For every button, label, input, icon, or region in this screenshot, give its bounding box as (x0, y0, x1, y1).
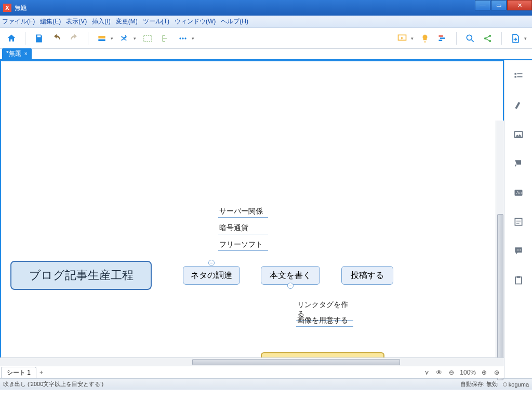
collapse-toggle-icon[interactable]: − (208, 260, 215, 266)
menu-tool[interactable]: ツール(T) (143, 17, 169, 26)
canvas-wrap: ブログ記事生産工程 ネタの調達 本文を書く 投稿する − − サーバー関係 暗号… (0, 60, 504, 378)
doc-tab-close-icon[interactable]: × (24, 51, 28, 57)
format-icon[interactable] (513, 100, 524, 111)
svg-rect-16 (514, 76, 516, 77)
svg-point-12 (489, 34, 491, 36)
svg-rect-9 (439, 39, 443, 41)
svg-point-3 (179, 37, 181, 39)
presentation-button[interactable]: ▾ (395, 31, 415, 46)
svg-rect-14 (514, 73, 516, 74)
summary-button[interactable] (158, 31, 172, 46)
marker-icon[interactable] (513, 158, 524, 169)
user-name: koguma (509, 381, 529, 388)
scrollbar-thumb[interactable] (192, 359, 400, 365)
node-honbun[interactable]: 本文を書く (261, 266, 320, 285)
connectors (1, 61, 157, 139)
redo-button[interactable] (67, 31, 82, 46)
node-toukou[interactable]: 投稿する (341, 266, 393, 285)
zoom-value: 100% (460, 369, 476, 376)
notes-icon[interactable] (513, 216, 524, 228)
doc-tabstrip: *無題 × (0, 49, 532, 60)
undo-button[interactable] (49, 31, 64, 46)
menu-edit[interactable]: 編集(E) (40, 17, 61, 26)
menu-change[interactable]: 変更(M) (116, 17, 138, 26)
svg-point-22 (516, 249, 517, 250)
scrollbar-thumb[interactable] (497, 214, 503, 380)
svg-rect-2 (144, 35, 152, 42)
toolbar: ▾ ▾ ▾ ▾ ▾ (0, 28, 532, 49)
svg-rect-17 (517, 76, 522, 77)
svg-rect-0 (98, 36, 105, 38)
mindmap-root[interactable]: ブログ記事生産工程 (10, 261, 152, 290)
doc-tab[interactable]: *無題 × (2, 48, 32, 59)
sheet-tab[interactable]: シート 1 (1, 367, 36, 378)
gantt-button[interactable] (435, 31, 450, 46)
sheet-bar: シート 1 + ⋎ 👁 ⊖ 100% ⊕ ⊜ (0, 366, 504, 378)
canvas[interactable]: ブログ記事生産工程 ネタの調達 本文を書く 投稿する − − サーバー関係 暗号… (1, 61, 503, 377)
svg-rect-7 (439, 35, 443, 37)
svg-rect-26 (516, 276, 520, 278)
sub-item[interactable]: 暗号通貨 (218, 222, 268, 234)
app-icon: X (3, 4, 11, 12)
sub-item[interactable]: フリーソフト (218, 239, 268, 251)
svg-point-5 (184, 37, 186, 39)
topic-shape-dropdown[interactable]: ▾ (95, 31, 114, 46)
task-icon[interactable] (513, 274, 524, 286)
vertical-scrollbar[interactable] (496, 121, 504, 357)
doc-tab-label: *無題 (6, 49, 21, 58)
comments-icon[interactable] (513, 245, 524, 257)
more-button[interactable]: ▾ (176, 31, 195, 46)
svg-point-11 (484, 37, 486, 39)
window-minimize-button[interactable]: — (475, 0, 490, 10)
eye-icon[interactable]: 👁 (435, 369, 443, 376)
menu-view[interactable]: 表示(V) (66, 17, 87, 26)
menu-help[interactable]: ヘルプ(H) (221, 17, 248, 26)
svg-point-4 (182, 37, 183, 39)
outline-icon[interactable] (513, 71, 524, 82)
svg-rect-25 (515, 277, 522, 284)
window-maximize-button[interactable]: ▭ (491, 0, 507, 10)
sheet-add-button[interactable]: + (39, 369, 43, 376)
share-button[interactable] (481, 31, 495, 46)
node-neta[interactable]: ネタの調達 (183, 266, 240, 285)
svg-rect-15 (517, 73, 522, 74)
zoom-in-button[interactable]: ⊕ (480, 369, 488, 376)
sub-item[interactable]: サーバー関係 (218, 206, 268, 218)
menubar: ファイル(F) 編集(E) 表示(V) 挿入(I) 変更(M) ツール(T) ウ… (0, 16, 532, 28)
status-left: 吹き出し ('2000文字以上を目安とする') (3, 380, 103, 388)
titlebar: X 無題 — ▭ ✕ (0, 0, 532, 16)
workspace: ブログ記事生産工程 ネタの調達 本文を書く 投稿する − − サーバー関係 暗号… (0, 60, 532, 378)
text-icon[interactable]: Aa (513, 187, 524, 198)
collapse-toggle-icon[interactable]: − (287, 283, 294, 289)
idea-button[interactable] (418, 31, 432, 46)
home-button[interactable] (4, 31, 19, 46)
autosave-value: 無効 (486, 381, 498, 387)
autosave-label: 自動保存: (460, 381, 485, 387)
export-dropdown[interactable]: ▾ (508, 31, 528, 46)
menu-file[interactable]: ファイル(F) (2, 17, 35, 26)
sub-item[interactable]: 画像を用意する (296, 315, 353, 327)
svg-point-13 (489, 39, 491, 42)
zoom-out-button[interactable]: ⊖ (447, 369, 456, 376)
svg-point-23 (518, 249, 519, 250)
filter-icon[interactable]: ⋎ (422, 369, 431, 376)
svg-rect-1 (98, 39, 105, 41)
menu-window[interactable]: ウィンドウ(W) (175, 17, 216, 26)
boundary-button[interactable] (140, 31, 155, 46)
menu-insert[interactable]: 挿入(I) (92, 17, 110, 26)
svg-point-24 (520, 249, 521, 250)
svg-point-10 (467, 35, 472, 40)
relationship-button[interactable]: ▾ (117, 31, 137, 46)
image-icon[interactable] (513, 129, 524, 140)
window-close-button[interactable]: ✕ (507, 0, 532, 10)
status-bar: 吹き出し ('2000文字以上を目安とする') 自動保存: 無効 koguma (0, 378, 532, 390)
svg-text:Aa: Aa (516, 190, 522, 195)
side-panel: Aa (504, 60, 532, 378)
search-button[interactable] (463, 31, 477, 46)
svg-rect-8 (440, 37, 445, 39)
user-status-dot-icon (503, 382, 507, 387)
window-title: 無題 (15, 4, 27, 12)
save-button[interactable] (32, 31, 46, 46)
zoom-reset-button[interactable]: ⊜ (493, 369, 501, 376)
horizontal-scrollbar[interactable] (0, 357, 504, 366)
